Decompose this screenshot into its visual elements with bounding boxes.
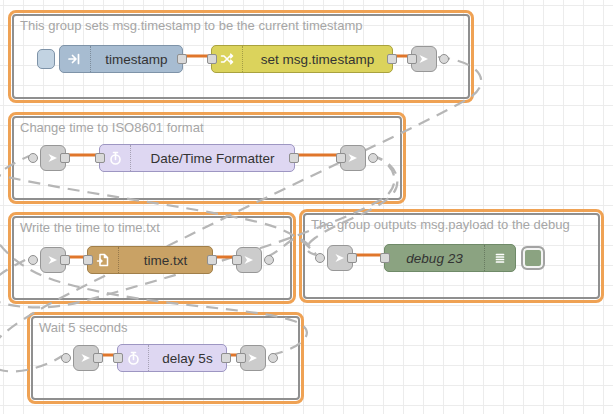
node-inject-timestamp[interactable]: timestamp	[59, 45, 183, 73]
link-arrow-icon	[45, 252, 61, 268]
group-title: Write the time to time.txt	[20, 220, 160, 235]
node-link-out-write[interactable]	[236, 247, 262, 273]
input-port[interactable]	[336, 153, 346, 163]
link-port[interactable]	[439, 54, 449, 64]
inject-trigger-button[interactable]	[37, 49, 55, 69]
link-arrow-icon	[345, 150, 361, 166]
group-title: This group sets msg.timestamp to be the …	[20, 18, 362, 33]
link-port[interactable]	[61, 353, 71, 363]
input-port[interactable]	[380, 253, 390, 263]
output-port[interactable]	[60, 255, 70, 265]
node-label: set msg.timestamp	[243, 52, 392, 67]
output-port[interactable]	[207, 255, 217, 265]
node-link-in-wait[interactable]	[73, 345, 99, 371]
group-title: Change time to ISO8601 format	[20, 120, 204, 135]
node-set-msg-timestamp[interactable]: set msg.timestamp	[211, 45, 393, 73]
output-port[interactable]	[347, 253, 357, 263]
input-port[interactable]	[207, 54, 217, 64]
link-port[interactable]	[315, 253, 325, 263]
output-port[interactable]	[177, 54, 187, 64]
node-datetime-formatter[interactable]: Date/Time Formatter	[99, 144, 295, 172]
debug-list-icon	[484, 245, 515, 271]
output-port[interactable]	[289, 153, 299, 163]
output-port[interactable]	[221, 353, 231, 363]
output-port[interactable]	[387, 54, 397, 64]
node-label: delay 5s	[149, 351, 226, 366]
group-write-file[interactable]: Write the time to time.txt time.txt	[8, 212, 296, 304]
node-link-out-wait[interactable]	[240, 345, 266, 371]
node-label: time.txt	[119, 253, 212, 268]
node-delay-5s[interactable]: delay 5s	[117, 344, 227, 372]
input-port[interactable]	[95, 153, 105, 163]
node-link-out-format[interactable]	[340, 145, 366, 171]
group-wait[interactable]: Wait 5 seconds delay 5s	[27, 312, 304, 404]
input-port[interactable]	[83, 255, 93, 265]
node-link-in-write[interactable]	[40, 247, 66, 273]
link-port[interactable]	[28, 255, 38, 265]
link-arrow-icon	[245, 350, 261, 366]
node-link-out-timestamp[interactable]	[411, 46, 437, 72]
output-port[interactable]	[60, 153, 70, 163]
node-debug-23[interactable]: debug 23	[384, 244, 516, 272]
link-port[interactable]	[268, 353, 278, 363]
link-port[interactable]	[28, 153, 38, 163]
node-label: Date/Time Formatter	[131, 151, 294, 166]
link-arrow-icon	[332, 250, 348, 266]
link-arrow-icon	[416, 51, 432, 67]
group-debug[interactable]: The group outputs msg.payload to the deb…	[299, 209, 604, 303]
link-arrow-icon	[45, 150, 61, 166]
link-arrow-icon	[78, 350, 94, 366]
input-port[interactable]	[236, 353, 246, 363]
link-port[interactable]	[264, 255, 274, 265]
node-file-time-txt[interactable]: time.txt	[87, 246, 213, 274]
group-title: Wait 5 seconds	[39, 320, 127, 335]
flow-canvas[interactable]: This group sets msg.timestamp to be the …	[0, 0, 613, 414]
debug-toggle-button[interactable]	[521, 246, 545, 270]
inject-arrow-icon	[60, 46, 91, 72]
input-port[interactable]	[407, 54, 417, 64]
node-label: debug 23	[385, 251, 484, 266]
link-arrow-icon	[241, 252, 257, 268]
link-port[interactable]	[368, 153, 378, 163]
input-port[interactable]	[113, 353, 123, 363]
group-format[interactable]: Change time to ISO8601 format Date/Time …	[8, 112, 406, 204]
input-port[interactable]	[232, 255, 242, 265]
node-label: timestamp	[91, 52, 182, 67]
node-link-in-debug[interactable]	[327, 245, 353, 271]
node-link-in-format[interactable]	[40, 145, 66, 171]
output-port[interactable]	[93, 353, 103, 363]
